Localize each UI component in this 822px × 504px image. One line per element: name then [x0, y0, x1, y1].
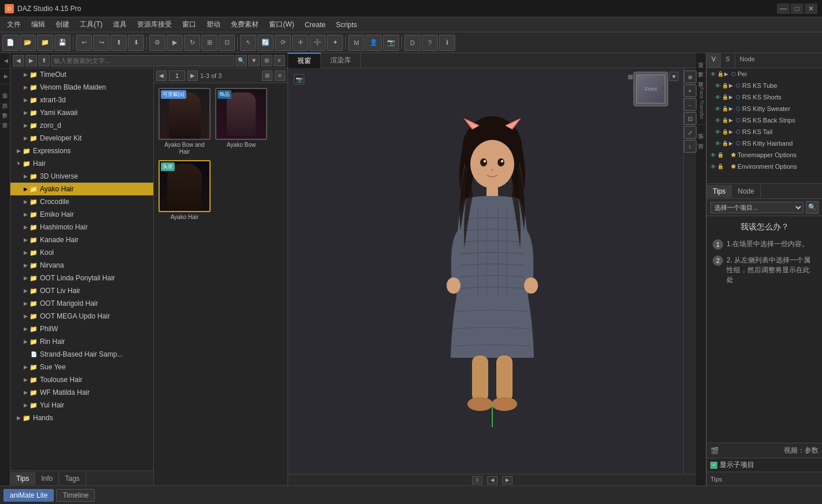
- cb-list-view[interactable]: ≡: [275, 71, 285, 81]
- content-item-2[interactable]: 饰品 Ayako Bow: [215, 88, 267, 155]
- scene-tab-s[interactable]: S: [721, 53, 735, 68]
- lvtab-forward[interactable]: ▶: [0, 69, 10, 84]
- tab-tips[interactable]: Tips: [10, 472, 35, 485]
- tb-move[interactable]: ✛: [292, 35, 308, 51]
- tree-item-22[interactable]: 📄Strand-Based Hair Samp...: [10, 348, 153, 361]
- tb-morph[interactable]: M: [348, 35, 364, 51]
- tree-item-25[interactable]: ▶📁WF Matilda Hair: [10, 386, 153, 399]
- tb-select[interactable]: ↖: [240, 35, 256, 51]
- tree-item-26[interactable]: ▶📁Yui Hair: [10, 399, 153, 412]
- vp-bot-3[interactable]: ▶: [502, 476, 513, 484]
- scene-item-shorts[interactable]: 👁 🔒 ▶ ⬡ RS KS Shorts: [707, 91, 822, 103]
- menu-edit[interactable]: 编辑: [27, 18, 50, 31]
- vp-camera-btn[interactable]: 📷: [294, 74, 304, 84]
- scene-expand-shorts[interactable]: ▶: [729, 94, 736, 100]
- minimize-button[interactable]: —: [777, 3, 790, 14]
- prop-tab-tips[interactable]: Tips: [707, 185, 732, 198]
- prop-select[interactable]: 选择一个项目...: [710, 202, 803, 213]
- tree-item-1[interactable]: ▶📁Venom Blade Maiden: [10, 81, 153, 94]
- back-nav-button[interactable]: ◀: [13, 55, 24, 66]
- lvtab-4[interactable]: 形状: [0, 114, 10, 124]
- up-nav-button[interactable]: ⬆: [38, 55, 50, 66]
- rvtab-render[interactable]: 渲染: [696, 53, 706, 63]
- scene-expand-pei[interactable]: ▶: [724, 71, 731, 77]
- menu-create[interactable]: 创建: [51, 18, 74, 31]
- tree-item-17[interactable]: ▶📁OOT Liv Hair: [10, 284, 153, 297]
- vp-updown-btn[interactable]: ↕: [684, 140, 696, 153]
- tb-grid[interactable]: ⊞: [201, 35, 218, 51]
- forward-nav-button[interactable]: ▶: [25, 55, 37, 66]
- tree-item-7[interactable]: ▼📁Hair: [10, 157, 153, 170]
- tb-pose[interactable]: ➕: [309, 35, 326, 51]
- tree-item-15[interactable]: ▶📁Nirvana: [10, 259, 153, 272]
- menu-window2[interactable]: 窗口(W): [264, 18, 298, 31]
- tree-item-8[interactable]: ▶📁3D Universe: [10, 170, 153, 183]
- scene-item-backstrips[interactable]: 👁 🔒 ▶ ⬡ RS KS Back Strips: [707, 114, 822, 126]
- tb-scale[interactable]: ⟳: [275, 35, 291, 51]
- scene-expand-tube[interactable]: ▶: [729, 83, 736, 88]
- scene-item-environment[interactable]: 👁 🔒 ⬟ Environment Options: [707, 161, 822, 172]
- vp-bot-1[interactable]: ⟨⟩: [472, 476, 482, 484]
- menu-morph[interactable]: 塑动: [202, 18, 225, 31]
- search-button[interactable]: 🔍: [235, 55, 247, 66]
- tree-item-24[interactable]: ▶📁Toulouse Hair: [10, 373, 153, 386]
- tb-new[interactable]: 📄: [2, 35, 19, 51]
- bot-tab-animate[interactable]: aniMate Lite: [3, 489, 54, 502]
- tree-item-23[interactable]: ▶📁Sue Yee: [10, 361, 153, 373]
- scene-tab-v[interactable]: V: [707, 53, 721, 68]
- tb-export[interactable]: ⬇: [128, 35, 144, 51]
- scene-expand-backstrips[interactable]: ▶: [729, 117, 736, 123]
- tb-recent[interactable]: 📁: [37, 35, 53, 51]
- rvtab-face[interactable]: Face Transfer: [696, 83, 706, 125]
- cb-prev-button[interactable]: ◀: [156, 71, 167, 81]
- show-children-checkbox[interactable]: ✓: [710, 462, 717, 469]
- tb-rotate2[interactable]: 🔄: [257, 35, 274, 51]
- tree-item-10[interactable]: ▶📁Crocodile: [10, 195, 153, 208]
- tb-save[interactable]: 💾: [54, 35, 71, 51]
- tree-item-16[interactable]: ▶📁OOT Linda Ponytail Hair: [10, 272, 153, 284]
- scene-item-hairband[interactable]: 👁 🔒 ▶ ⬡ RS Kitty Hairband: [707, 138, 822, 149]
- tab-viewport[interactable]: 视窗: [288, 53, 321, 68]
- scene-item-tonemapper[interactable]: 👁 🔒 ⬟ Tonemapper Options: [707, 149, 822, 161]
- tree-item-21[interactable]: ▶📁Rin Hair: [10, 335, 153, 348]
- cb-next-button[interactable]: ▶: [187, 71, 198, 81]
- vp-bot-2[interactable]: ◀: [487, 476, 497, 484]
- tb-import[interactable]: ⬆: [110, 35, 127, 51]
- vp-pan-btn[interactable]: ⊕: [684, 71, 696, 83]
- scene-tab-node[interactable]: Node: [735, 53, 760, 68]
- prop-tab-node[interactable]: Node: [732, 185, 761, 198]
- menu-assets[interactable]: 资源库接受: [132, 18, 176, 31]
- tree-item-3[interactable]: ▶📁Yami Kawaii: [10, 106, 153, 119]
- rvtab-shape[interactable]: 形状: [696, 73, 706, 83]
- rvtab-content[interactable]: 内容: [696, 135, 706, 144]
- tb-render-settings[interactable]: ⚙: [149, 35, 165, 51]
- scene-item-tail[interactable]: 👁 🔒 ▶ ⬡ RS KS Tail: [707, 126, 822, 138]
- tab-tags[interactable]: Tags: [59, 472, 86, 485]
- vp-frame-btn[interactable]: ⊡: [684, 112, 696, 125]
- menu-free[interactable]: 免费素材: [226, 18, 263, 31]
- tree-item-4[interactable]: ▶📁zoro_d: [10, 119, 153, 132]
- filter-button[interactable]: ▼: [248, 55, 260, 66]
- tb-help2[interactable]: ℹ: [439, 35, 455, 51]
- tb-render2[interactable]: 📷: [383, 35, 399, 51]
- content-item-1[interactable]: 可穿戴(s) Ayako Bow and Hair: [158, 88, 211, 155]
- tree-item-14[interactable]: ▶📁Kool: [10, 246, 153, 259]
- camera-dropdown[interactable]: ▼: [669, 72, 679, 81]
- scene-expand-tail[interactable]: ▶: [729, 129, 736, 135]
- tb-figure[interactable]: 👤: [366, 35, 382, 51]
- menu-create2[interactable]: Create: [300, 20, 330, 30]
- tree-item-9[interactable]: ▶📁Ayako Hair: [10, 183, 153, 195]
- tree-item-13[interactable]: ▶📁Kanade Hair: [10, 234, 153, 246]
- lvtab-3[interactable]: 参数: [0, 104, 10, 114]
- close-button[interactable]: ✕: [805, 3, 817, 14]
- tree-item-18[interactable]: ▶📁OOT Marigold Hair: [10, 297, 153, 310]
- menu-tools[interactable]: 工具(T): [75, 18, 107, 31]
- tb-bone[interactable]: ✦: [327, 35, 343, 51]
- scene-expand-hairband[interactable]: ▶: [729, 140, 736, 146]
- tb-redo[interactable]: ↪: [93, 35, 109, 51]
- tb-render[interactable]: ▶: [167, 35, 183, 51]
- lvtab-back[interactable]: ◀: [0, 53, 10, 69]
- lvtab-2[interactable]: 内容: [0, 94, 10, 104]
- rvtab-scene[interactable]: 场景: [696, 125, 706, 135]
- tree-item-6[interactable]: ▶📁Expressions: [10, 144, 153, 157]
